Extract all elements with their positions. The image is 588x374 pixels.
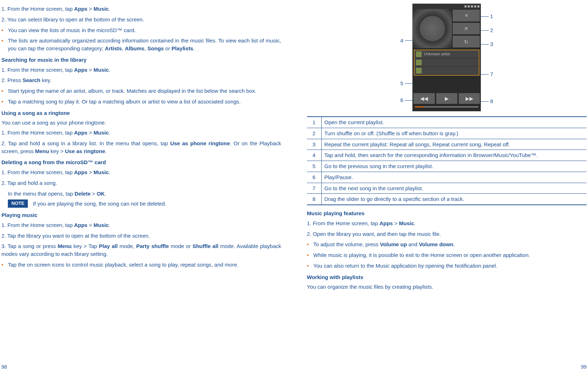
callouts-right: 1 2 3 7 8 [481, 9, 493, 106]
bullet-icon: • [307, 251, 313, 259]
text: or [164, 45, 172, 51]
status-icon [474, 5, 476, 7]
table-row: 6Play/Pause. [307, 172, 587, 183]
step: 2. Tap the library you want to open at t… [1, 232, 281, 240]
text: 1. From the Home screen, tap [307, 220, 380, 226]
text: 1. From the Home screen, tap [1, 169, 74, 175]
track-row [414, 67, 479, 75]
bold: Use as ringtone [65, 148, 105, 154]
bullet-text: You can also return to the Music applica… [313, 262, 587, 270]
text: > [91, 191, 97, 197]
text: and [407, 241, 419, 247]
text: 1. From the Home screen, tap [1, 222, 74, 228]
heading: Music playing features [307, 209, 587, 217]
bold: Apps [74, 130, 87, 136]
text: 1. From the Home screen, tap [1, 6, 74, 12]
bullet-text: Tap a matching song to play it. Or tap a… [8, 98, 281, 106]
bold: Artists [105, 45, 122, 51]
callout-num: 3 [490, 40, 493, 48]
callout-num: 8 [490, 97, 493, 105]
leader-line-icon [481, 74, 489, 75]
heading: Using a song as a ringtone [1, 109, 281, 117]
bold: Delete [75, 191, 91, 197]
bullet: • You can view the lists of music in the… [1, 26, 281, 34]
bold: Apps [74, 169, 87, 175]
bold: Music [94, 6, 109, 12]
page-number: 99 [581, 363, 587, 370]
leader-line-icon [481, 16, 489, 17]
sub-step: In the menu that opens, tap Delete > OK. [8, 190, 281, 198]
step: 2. You can select library to open at the… [1, 16, 281, 24]
repeat-button: ↻ [453, 36, 480, 47]
callout-6: 6 [400, 96, 412, 105]
heading: Playing music [1, 211, 281, 219]
text: > [87, 130, 94, 136]
table-row: 4Tap and hold, then search for the corre… [307, 150, 587, 161]
album-art [413, 9, 452, 48]
leader-line-icon [405, 100, 413, 101]
playlist-button: ≡ [453, 10, 480, 21]
bullet: • You can also return to the Music appli… [307, 262, 587, 270]
bold: Party shuffle [136, 243, 169, 249]
table-row: 2Turn shuffle on or off. (Shuffle is off… [307, 128, 587, 139]
note-badge: NOTE [8, 199, 28, 208]
step: 1. From the Home screen, tap Apps > Musi… [1, 5, 281, 13]
figure-music-player: 4 5 6 ≡ ✕ ↻ Unknown artist [307, 4, 587, 111]
bullet: • To adjust the volume, press Volume up … [307, 241, 587, 248]
track-icon [416, 68, 422, 74]
bold: Music [399, 220, 414, 226]
legend-text: Repeat the current playlist: Repeat all … [321, 139, 587, 150]
text: . [109, 169, 110, 175]
track-list: Unknown artist [414, 50, 479, 76]
bold: Apps [74, 67, 87, 73]
step: 1. From the Home screen, tap Apps > Musi… [1, 129, 281, 137]
text: 2. Press [1, 77, 22, 83]
bullet-icon: • [1, 98, 8, 106]
step: 2. Tap and hold a song in a library list… [1, 140, 281, 155]
callout-1: 1 [481, 9, 493, 24]
text: 2. Tap and hold a song in a library list… [1, 140, 170, 146]
callout-num: 4 [400, 37, 403, 45]
legend-num: 3 [307, 139, 322, 150]
text: > [393, 220, 399, 226]
text: > [87, 67, 94, 73]
bold: Search [22, 77, 40, 83]
bullet-text: The lists are automatically organized ac… [8, 37, 281, 52]
text: mode or [169, 243, 192, 249]
legend-text: Tap and hold, then search for the corres… [321, 150, 587, 161]
bold: Use as phone ringtone [170, 140, 230, 146]
text: > [87, 169, 94, 175]
leader-line-icon [481, 30, 489, 31]
bullet-text: Tap the on screen icons to control music… [8, 261, 281, 269]
text: . [193, 45, 195, 51]
shuffle-button: ✕ [453, 23, 480, 35]
note: NOTE If you are playing the song, the so… [8, 199, 281, 208]
bullet-icon: • [307, 241, 313, 248]
legend-num: 1 [307, 117, 322, 128]
page-spread: 1. From the Home screen, tap Apps > Musi… [0, 0, 588, 374]
legend-num: 8 [307, 194, 322, 205]
text: key. [40, 77, 51, 83]
bullet: • Tap the on screen icons to control mus… [1, 261, 281, 269]
status-icon [468, 5, 470, 7]
step: 2. Tap and hold a song. [1, 179, 281, 187]
legend-text: Go to the next song in the current playl… [321, 183, 587, 194]
page-98: 1. From the Home screen, tap Apps > Musi… [0, 0, 294, 374]
paragraph: You can organize the music files by crea… [307, 283, 587, 291]
bold: Volume up [380, 241, 407, 247]
callout-num: 6 [400, 96, 403, 104]
text: . [109, 130, 110, 136]
legend-num: 6 [307, 172, 322, 183]
heading: Searching for music in the library [1, 56, 281, 64]
bullet-icon: • [307, 262, 313, 270]
callout-num: 2 [490, 26, 493, 34]
bullet-text: Start typing the name of an artist, albu… [8, 87, 281, 95]
status-icon [464, 5, 467, 7]
bold: Albums [125, 45, 145, 51]
legend-num: 5 [307, 161, 322, 172]
bullet: • Start typing the name of an artist, al… [1, 87, 281, 95]
bold: Songs [147, 45, 164, 51]
track-row: Unknown artist [414, 50, 479, 58]
text: . [109, 67, 110, 73]
bullet-text: While music is playing, it is possible t… [313, 251, 587, 259]
